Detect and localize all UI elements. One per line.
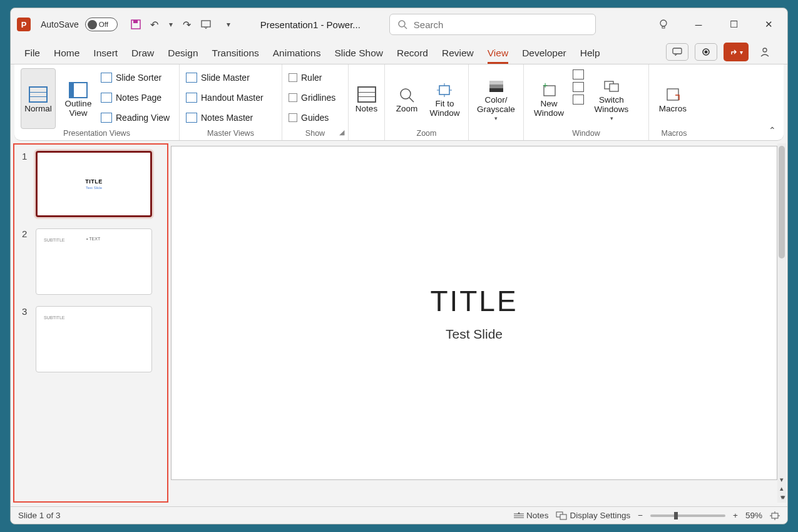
tab-animations[interactable]: Animations: [273, 48, 321, 64]
maximize-button[interactable]: ☐: [725, 16, 742, 33]
autosave-toggle[interactable]: Off: [85, 18, 118, 31]
slide-subtitle-text[interactable]: Test Slide: [446, 327, 503, 342]
zoom-slider[interactable]: [650, 514, 725, 517]
zoom-out-button[interactable]: −: [638, 511, 643, 520]
new-window-button[interactable]: + New Window: [530, 68, 568, 129]
handout-master-button[interactable]: Handout Master: [186, 90, 263, 106]
search-box[interactable]: [389, 14, 596, 35]
ruler-checkbox[interactable]: Ruler: [289, 69, 335, 86]
svg-rect-16: [489, 88, 503, 92]
zoom-percent[interactable]: 59%: [745, 511, 762, 520]
save-icon[interactable]: [130, 19, 141, 30]
slide-sorter-button[interactable]: Slide Sorter: [101, 69, 170, 86]
notes-master-button[interactable]: Notes Master: [186, 110, 263, 126]
thumb-title: TITLE: [85, 178, 103, 185]
tab-draw[interactable]: Draw: [131, 48, 154, 64]
color-grayscale-label: Color/ Grayscale: [475, 96, 517, 115]
title-right-controls: ─ ☐ ✕: [655, 16, 781, 33]
close-button[interactable]: ✕: [760, 16, 777, 33]
group-show: Ruler Gridlines Guides Show ◢: [282, 64, 349, 140]
slide-canvas[interactable]: TITLE Test Slide: [171, 146, 777, 480]
redo-icon[interactable]: ↷: [182, 19, 193, 30]
quick-access-toolbar: ↶ ▾ ↷ ▾: [130, 19, 232, 30]
camera-button[interactable]: [695, 43, 717, 61]
display-settings-icon: [556, 511, 567, 520]
qat-customize-icon[interactable]: ▾: [225, 20, 232, 29]
reading-view-button[interactable]: Reading View: [101, 110, 170, 126]
svg-point-10: [763, 48, 767, 52]
display-settings-button[interactable]: Display Settings: [556, 511, 630, 520]
vertical-scrollbar[interactable]: ▾ ▴ ▾▾: [777, 143, 786, 503]
undo-dropdown-icon[interactable]: ▾: [168, 20, 174, 29]
zoom-in-button[interactable]: +: [733, 511, 738, 520]
fit-to-window-button[interactable]: Fit to Window: [427, 68, 462, 129]
tab-slide-show[interactable]: Slide Show: [334, 48, 383, 64]
checkbox-icon: [289, 93, 297, 102]
gridlines-checkbox[interactable]: Gridlines: [289, 90, 335, 106]
slide-counter[interactable]: Slide 1 of 3: [18, 511, 61, 520]
collapse-ribbon-icon[interactable]: ⌃: [769, 125, 776, 135]
zoom-slider-knob[interactable]: [674, 512, 678, 519]
thumb-subtitle-label: SUBTITLE: [44, 238, 64, 242]
account-icon[interactable]: [756, 43, 774, 61]
up-icon[interactable]: ▴: [780, 484, 784, 493]
tab-view[interactable]: View: [488, 48, 508, 64]
macros-button[interactable]: Macros: [655, 68, 690, 129]
normal-view-button[interactable]: Normal: [21, 68, 56, 129]
svg-rect-13: [439, 86, 449, 95]
tab-insert[interactable]: Insert: [93, 48, 118, 64]
svg-point-9: [705, 51, 708, 54]
zoom-label: Zoom: [396, 104, 418, 113]
notes-master-icon: [186, 113, 197, 123]
tab-home[interactable]: Home: [54, 48, 79, 64]
notes-toggle[interactable]: Notes: [514, 511, 548, 520]
outline-view-button[interactable]: Outline View: [61, 68, 96, 129]
tab-developer[interactable]: Developer: [522, 48, 566, 64]
guides-checkbox[interactable]: Guides: [289, 110, 335, 126]
group-color-grayscale: Color/ Grayscale ▾: [469, 64, 524, 140]
switch-windows-label: Switch Windows: [589, 96, 634, 115]
cascade-icon[interactable]: [573, 82, 584, 92]
slide-thumbnail-2[interactable]: SUBTITLE • TEXT: [36, 228, 152, 295]
color-grayscale-icon: [487, 78, 506, 95]
slideshow-from-beginning-icon[interactable]: [200, 19, 212, 30]
fit-window-icon: [436, 82, 453, 98]
zoom-button[interactable]: Zoom: [391, 68, 422, 129]
thumb-subtitle: Test Slide: [86, 186, 102, 190]
thumbnail-number: 1: [22, 151, 29, 217]
notes-button[interactable]: Notes: [355, 68, 378, 129]
arrange-all-icon[interactable]: [573, 69, 584, 79]
search-input[interactable]: [414, 19, 588, 30]
slide-thumbnail-3[interactable]: SUBTITLE: [36, 306, 152, 372]
fit-to-window-status-icon[interactable]: [770, 511, 780, 520]
slide-title-text[interactable]: TITLE: [430, 284, 518, 318]
statusbar: Slide 1 of 3 Notes Display Settings − + …: [11, 506, 787, 524]
undo-icon[interactable]: ↶: [149, 19, 160, 30]
move-split-icon[interactable]: [573, 95, 584, 105]
slide-master-button[interactable]: Slide Master: [186, 69, 263, 86]
show-dialog-launcher-icon[interactable]: ◢: [339, 128, 344, 136]
tab-transitions[interactable]: Transitions: [212, 48, 259, 64]
prev-slide-icon[interactable]: ▾: [780, 476, 784, 484]
new-window-icon: +: [540, 82, 558, 98]
tab-design[interactable]: Design: [168, 48, 198, 64]
tab-review[interactable]: Review: [442, 48, 474, 64]
color-grayscale-button[interactable]: Color/ Grayscale ▾: [475, 68, 517, 129]
svg-text:+: +: [543, 82, 548, 90]
tab-record[interactable]: Record: [397, 48, 428, 64]
scrollbar-thumb[interactable]: [779, 146, 785, 258]
comments-button[interactable]: [666, 43, 688, 61]
titlebar: AutoSave Off ↶ ▾ ↷ ▾ Presentation1 - Pow…: [11, 8, 787, 41]
tab-file[interactable]: File: [24, 48, 40, 64]
switch-windows-button[interactable]: Switch Windows ▾: [589, 68, 634, 129]
tab-help[interactable]: Help: [580, 48, 600, 64]
next-slide-icon[interactable]: ▾▾: [780, 493, 783, 501]
minimize-button[interactable]: ─: [690, 16, 707, 33]
slide-thumbnail-1[interactable]: TITLE Test Slide: [36, 151, 152, 217]
group-window: + New Window Switch Windows ▾ Window: [524, 64, 649, 140]
notes-toggle-icon: [514, 512, 524, 519]
tips-icon[interactable]: [655, 16, 672, 33]
share-button[interactable]: ▾: [724, 43, 749, 61]
normal-view-label: Normal: [24, 104, 52, 113]
notes-page-button[interactable]: Notes Page: [101, 90, 170, 106]
